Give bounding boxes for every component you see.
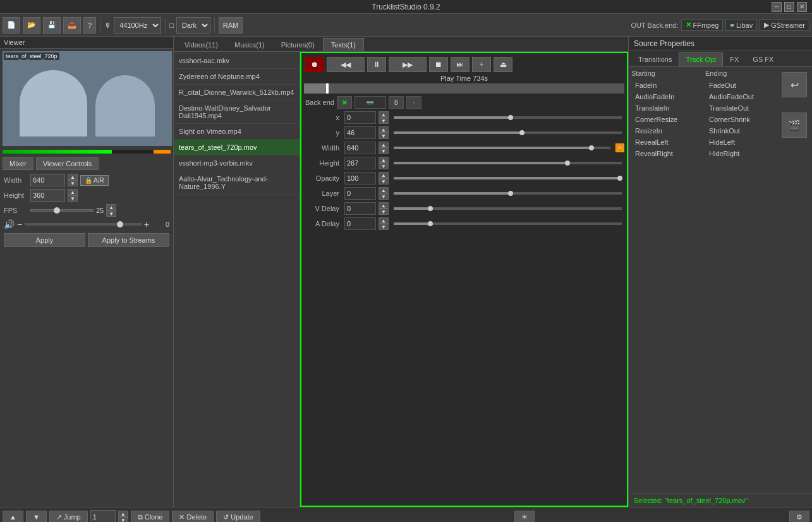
- update-btn[interactable]: ↺ Update: [216, 511, 260, 523]
- effect-translateout[interactable]: TranslateOut: [705, 102, 777, 114]
- adelay-down[interactable]: ▼: [379, 224, 389, 230]
- ram-btn[interactable]: RAM: [219, 17, 243, 33]
- list-item[interactable]: vsshort-aac.mkv: [174, 53, 300, 69]
- y-up[interactable]: ▲: [379, 126, 389, 133]
- list-item-selected[interactable]: tears_of_steel_720p.mov: [174, 140, 300, 155]
- effect-audiofadeout[interactable]: AudioFadeOut: [705, 91, 777, 102]
- effect-cornerresize[interactable]: CornerResize: [631, 114, 703, 125]
- be-hash-btn[interactable]: ≡≡: [354, 96, 386, 109]
- apply-streams-btn[interactable]: Apply to Streams: [88, 233, 169, 247]
- height-prop-up[interactable]: ▲: [379, 157, 389, 163]
- x-slider[interactable]: [394, 116, 622, 119]
- adelay-slider[interactable]: [394, 222, 622, 225]
- fwd-btn[interactable]: ▶▶: [389, 57, 427, 72]
- theme-select[interactable]: Dark: [176, 17, 210, 33]
- toolbar-open-btn[interactable]: 📂: [23, 17, 40, 33]
- jump-down[interactable]: ▼: [118, 517, 128, 522]
- layer-slider[interactable]: [394, 192, 622, 195]
- tab-transitions[interactable]: Transitions: [631, 52, 679, 66]
- fps-slider[interactable]: [30, 209, 94, 212]
- layer-down[interactable]: ▼: [379, 193, 389, 200]
- sample-rate-select[interactable]: 44100Hz: [114, 17, 161, 33]
- skip-btn[interactable]: ⏭: [451, 57, 470, 72]
- tab-track-opt[interactable]: Track Opt: [679, 52, 723, 66]
- rewind-btn[interactable]: ◀◀: [327, 57, 365, 72]
- list-item[interactable]: Destino-WaltDisney_Salvador Dali1945.mp4: [174, 100, 300, 124]
- mixer-btn[interactable]: Mixer: [3, 157, 33, 170]
- x-up[interactable]: ▲: [379, 111, 389, 118]
- vdelay-input[interactable]: [344, 202, 376, 215]
- list-item[interactable]: Aalto-Alvar_Technology-and-Nature_1996.Y: [174, 171, 300, 195]
- toolbar-export-btn[interactable]: 📤: [63, 17, 81, 33]
- adelay-up[interactable]: ▲: [379, 217, 389, 224]
- ar-btn[interactable]: 🔒 A/R: [80, 175, 109, 186]
- jump-input[interactable]: [90, 510, 116, 522]
- fps-up-btn[interactable]: ▲: [106, 204, 116, 210]
- tab-musics[interactable]: Musics(1): [226, 38, 273, 51]
- maximize-button[interactable]: □: [784, 2, 794, 12]
- effect-translatein[interactable]: TranslateIn: [631, 102, 703, 114]
- effect-cornershrink[interactable]: CornerShrink: [705, 114, 777, 125]
- height-prop-input[interactable]: [344, 157, 376, 169]
- list-item[interactable]: vsshort-mp3-vorbis.mkv: [174, 155, 300, 171]
- volume-slider[interactable]: [25, 223, 142, 226]
- toolbar-new-btn[interactable]: 📄: [3, 17, 20, 33]
- layer-up[interactable]: ▲: [379, 187, 389, 193]
- height-down-btn[interactable]: ▼: [68, 195, 78, 202]
- vdelay-up[interactable]: ▲: [379, 202, 389, 209]
- close-button[interactable]: ✕: [797, 2, 807, 12]
- tab-gs-fx[interactable]: GS FX: [746, 52, 780, 66]
- tab-texts[interactable]: Texts(1): [323, 38, 364, 51]
- width-prop-down[interactable]: ▼: [379, 148, 389, 154]
- y-input[interactable]: [344, 126, 376, 139]
- opacity-slider[interactable]: [394, 177, 622, 179]
- be-num-btn[interactable]: 8: [389, 96, 404, 109]
- jump-btn[interactable]: ↗ Jump: [49, 511, 88, 523]
- opacity-input[interactable]: [344, 172, 376, 185]
- tab-videos[interactable]: Videos(11): [176, 38, 226, 51]
- jump-up[interactable]: ▲: [118, 511, 128, 517]
- rec-btn[interactable]: ⏺: [305, 57, 324, 72]
- effect-apply-btn[interactable]: ↩: [782, 72, 807, 97]
- effect-audiofadein[interactable]: AudioFadeIn: [631, 91, 703, 102]
- effect-resizein[interactable]: ResizeIn: [631, 125, 703, 137]
- height-prop-slider[interactable]: [394, 162, 622, 164]
- track-up-btn[interactable]: ▲: [3, 511, 23, 522]
- height-up-btn[interactable]: ▲: [68, 189, 78, 195]
- seek-bar[interactable]: [304, 83, 624, 94]
- vdelay-down[interactable]: ▼: [379, 209, 389, 215]
- track-down-btn[interactable]: ▼: [26, 511, 47, 522]
- adelay-input[interactable]: [344, 217, 376, 230]
- minimize-button[interactable]: ─: [772, 2, 782, 12]
- be-extra-btn[interactable]: ·: [406, 96, 421, 109]
- width-up-btn[interactable]: ▲: [68, 174, 78, 180]
- effect-hideleft[interactable]: HideLeft: [705, 137, 777, 148]
- apply-btn[interactable]: Apply: [4, 233, 85, 247]
- opacity-up[interactable]: ▲: [379, 172, 389, 178]
- effect-preview-btn[interactable]: 🎬: [782, 112, 807, 138]
- width-prop-up[interactable]: ▲: [379, 142, 389, 148]
- x-input[interactable]: [344, 111, 376, 124]
- width-prop-input[interactable]: [344, 142, 376, 154]
- effect-shrinkout[interactable]: ShrinkOut: [705, 125, 777, 137]
- y-slider[interactable]: [394, 131, 622, 134]
- toolbar-help-btn[interactable]: ?: [83, 17, 96, 33]
- effect-revealleft[interactable]: RevealLeft: [631, 137, 703, 148]
- viewer-controls-btn[interactable]: Viewer Controls: [36, 157, 99, 170]
- width-down-btn[interactable]: ▼: [68, 180, 78, 186]
- y-down[interactable]: ▼: [379, 133, 389, 139]
- width-input[interactable]: [30, 174, 65, 186]
- tab-pictures[interactable]: Pictures(0): [273, 38, 323, 51]
- list-item[interactable]: Sight on Vimeo.mp4: [174, 124, 300, 140]
- opacity-down[interactable]: ▼: [379, 178, 389, 185]
- toolbar-save-btn[interactable]: 💾: [43, 17, 61, 33]
- effect-revealright[interactable]: RevealRight: [631, 148, 703, 159]
- eject-btn[interactable]: ⏏: [494, 57, 512, 72]
- height-input[interactable]: [30, 189, 65, 202]
- stop-btn[interactable]: ⏹: [429, 57, 448, 72]
- be-x-btn[interactable]: ✕: [337, 96, 352, 109]
- sun-btn[interactable]: ☀: [514, 511, 535, 523]
- x-down[interactable]: ▼: [379, 118, 389, 124]
- list-item[interactable]: Zydereen of Neptune.mp4: [174, 69, 300, 85]
- height-prop-down[interactable]: ▼: [379, 163, 389, 169]
